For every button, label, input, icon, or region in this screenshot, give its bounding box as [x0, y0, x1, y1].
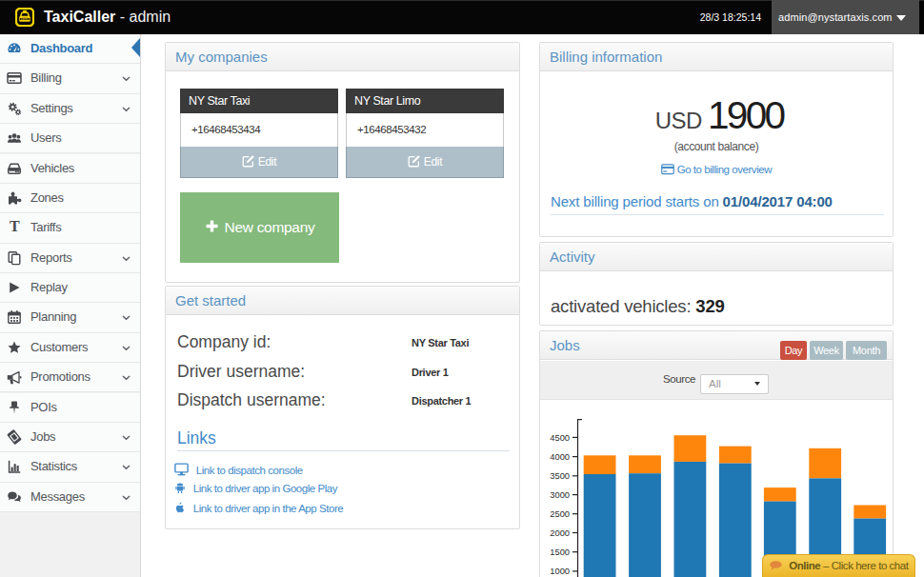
svg-text:1000: 1000 — [550, 567, 570, 576]
svg-text:4500: 4500 — [550, 433, 570, 443]
svg-text:4000: 4000 — [550, 452, 570, 462]
svg-text:2500: 2500 — [550, 509, 570, 519]
svg-text:3000: 3000 — [550, 490, 570, 500]
svg-text:2000: 2000 — [550, 528, 570, 538]
svg-text:3500: 3500 — [550, 471, 570, 481]
svg-text:1500: 1500 — [550, 547, 570, 557]
